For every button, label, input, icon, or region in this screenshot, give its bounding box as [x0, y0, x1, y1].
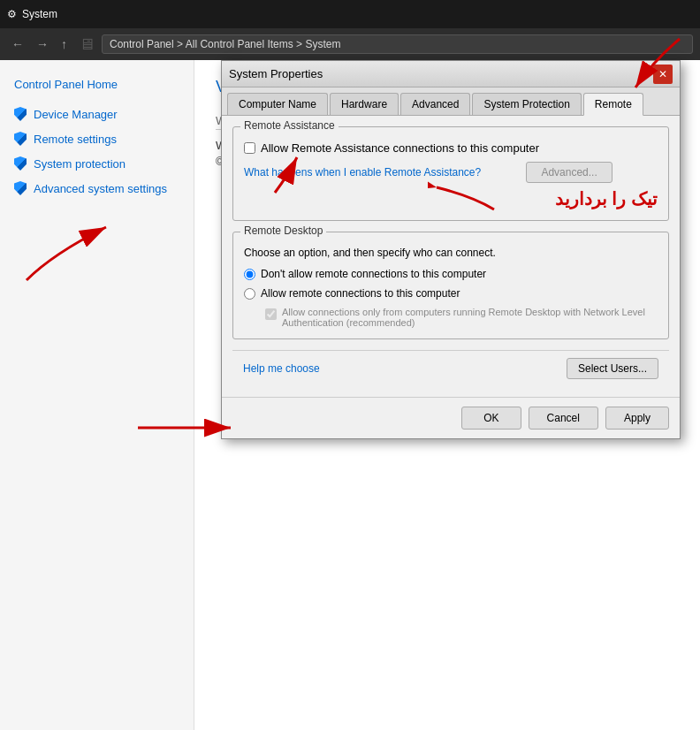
persian-text: تیک را بردارید — [555, 189, 658, 209]
dialog-title-text: System Properties — [229, 67, 323, 80]
apply-button[interactable]: Apply — [605, 407, 669, 430]
sidebar-item-advanced-system-settings[interactable]: Advanced system settings — [0, 176, 194, 201]
remote-assistance-content: Allow Remote Assistance connections to t… — [244, 141, 658, 209]
dialog-actions: OK Cancel Apply — [222, 397, 680, 438]
nla-checkbox[interactable] — [265, 308, 277, 320]
dialog-tab-content: Remote Assistance Allow Remote Assistanc… — [222, 116, 680, 397]
sidebar-item-remote-settings[interactable]: Remote settings — [0, 126, 194, 151]
shield-icon-advanced-settings — [14, 181, 27, 195]
select-users-button[interactable]: Select Users... — [567, 358, 658, 379]
remote-assistance-advanced-btn[interactable]: Advanced... — [526, 162, 612, 183]
cancel-button[interactable]: Cancel — [529, 407, 598, 430]
sidebar-item-system-protection[interactable]: System protection — [0, 151, 194, 176]
remote-desktop-description: Choose an option, and then specify who c… — [244, 247, 658, 259]
tab-advanced[interactable]: Advanced — [400, 93, 470, 115]
no-remote-label: Don't allow remote connections to this c… — [261, 268, 486, 280]
shield-icon-device-manager — [14, 107, 27, 121]
arrow-to-system-protection-tab — [600, 34, 689, 96]
dialog-bottom-row: Help me choose Select Users... — [232, 350, 669, 386]
arrow-to-checkbox — [270, 153, 341, 197]
sidebar-item-device-manager[interactable]: Device Manager — [0, 102, 194, 126]
arrow-to-dialog — [18, 218, 124, 289]
no-remote-radio[interactable] — [244, 269, 255, 280]
help-me-choose-link[interactable]: Help me choose — [243, 362, 320, 375]
ok-button[interactable]: OK — [461, 407, 521, 430]
allow-remote-radio-row: Allow remote connections to this compute… — [244, 287, 658, 300]
remote-assistance-group: Remote Assistance Allow Remote Assistanc… — [232, 126, 669, 221]
title-bar-title: System — [22, 8, 57, 20]
remote-desktop-group: Remote Desktop Choose an option, and the… — [232, 232, 669, 339]
arrow-from-persian — [428, 179, 498, 214]
shield-icon-remote-settings — [14, 132, 27, 146]
no-remote-radio-row: Don't allow remote connections to this c… — [244, 268, 658, 280]
tab-computer-name[interactable]: Computer Name — [227, 93, 328, 115]
arrow-to-ok — [133, 406, 240, 450]
nla-checkbox-row: Allow connections only from computers ru… — [265, 307, 658, 328]
sidebar-item-label-remote-settings: Remote settings — [34, 133, 117, 146]
sidebar: Control Panel Home Device Manager Remote… — [0, 60, 194, 730]
sidebar-home[interactable]: Control Panel Home — [0, 74, 194, 102]
forward-button[interactable]: → — [32, 35, 53, 53]
back-button[interactable]: ← — [7, 35, 28, 53]
title-bar: ⚙ System — [0, 0, 700, 28]
up-button[interactable]: ↑ — [57, 35, 72, 53]
remote-desktop-title: Remote Desktop — [240, 224, 326, 237]
address-bar: ← → ↑ 🖥 Control Panel > All Control Pane… — [0, 28, 700, 60]
title-bar-icon: ⚙ — [7, 8, 17, 20]
system-properties-dialog: System Properties ✕ Computer Name Hardwa… — [221, 60, 681, 439]
remote-assistance-checkbox[interactable] — [244, 142, 255, 154]
nla-label: Allow connections only from computers ru… — [282, 307, 658, 328]
remote-desktop-content: Choose an option, and then specify who c… — [244, 247, 658, 328]
tab-system-protection[interactable]: System Protection — [472, 93, 581, 115]
allow-remote-label: Allow remote connections to this compute… — [261, 287, 460, 300]
sidebar-item-label-system-protection: System protection — [34, 157, 126, 171]
remote-assistance-title: Remote Assistance — [240, 119, 339, 132]
shield-icon-system-protection — [14, 156, 27, 171]
sidebar-item-label-device-manager: Device Manager — [34, 108, 118, 121]
allow-remote-radio[interactable] — [244, 288, 255, 300]
tab-hardware[interactable]: Hardware — [330, 93, 399, 115]
sidebar-item-label-advanced-settings: Advanced system settings — [34, 182, 167, 195]
